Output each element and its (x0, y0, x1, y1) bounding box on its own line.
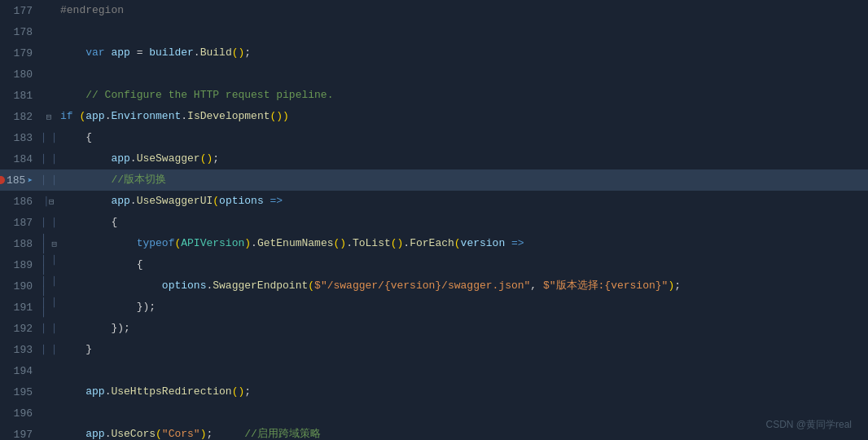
code-editor: 177#endregion178179 var app = builder.Bu… (0, 0, 868, 440)
code-line: 177#endregion (0, 0, 868, 21)
code-gutter: ⊟ (41, 112, 57, 122)
code-gutter: │ │ │ (41, 276, 57, 296)
line-number: 181 (0, 90, 41, 102)
code-content: var app = builder.Build(); (57, 42, 868, 64)
line-number: 197 (0, 429, 41, 441)
code-line: 196 (0, 403, 868, 424)
code-line: 178 (0, 21, 868, 42)
code-line: 183│ │ { (0, 127, 868, 148)
code-line: 194 (0, 360, 868, 381)
code-gutter: │ │ (41, 345, 57, 354)
line-number: 194 (0, 365, 41, 377)
code-content: app.UseHttpsRedirection(); (57, 381, 868, 403)
code-gutter: │ │ │ (41, 255, 57, 275)
code-content: { (57, 127, 868, 148)
line-number: 189 (0, 259, 41, 271)
line-number: 182 (0, 111, 41, 123)
code-content: // Configure the HTTP request pipeline. (57, 85, 868, 106)
line-number: 192 (0, 323, 41, 335)
code-line: 187│ │ { (0, 212, 868, 233)
code-content: app.UseCors("Cors"); //启用跨域策略 (57, 424, 868, 440)
line-number: 196 (0, 407, 41, 420)
code-line: 185➤│ │ //版本切换 (0, 169, 868, 191)
watermark: CSDN @黄同学real (765, 418, 852, 432)
code-gutter: │ │ │ (41, 297, 57, 317)
line-number: 184 (0, 153, 41, 165)
line-number: 177 (0, 5, 41, 17)
code-line: 189│ │ │ { (0, 254, 868, 275)
line-number: 191 (0, 301, 41, 314)
code-content: { (57, 254, 868, 275)
code-line: 184│ │ app.UseSwagger(); (0, 148, 868, 169)
code-line: 191│ │ │ }); (0, 297, 868, 318)
code-line: 195 app.UseHttpsRedirection(); (0, 381, 868, 403)
line-number: 195 (0, 386, 41, 398)
code-gutter: │⊟ (41, 196, 57, 207)
code-content: #endregion (57, 0, 868, 21)
code-content: }); (57, 297, 868, 318)
code-line: 190│ │ │ options.SwaggerEndpoint($"/swag… (0, 275, 868, 297)
code-line: 182⊟if (app.Environment.IsDevelopment()) (0, 106, 868, 127)
code-content: }); (57, 318, 868, 339)
code-line: 186│⊟ app.UseSwaggerUI(options => (0, 191, 868, 212)
code-content: } (57, 339, 868, 360)
code-line: 192│ │ }); (0, 318, 868, 339)
code-line: 197 app.UseCors("Cors"); //启用跨域策略 (0, 424, 868, 440)
line-number: 186 (0, 196, 41, 208)
code-gutter: │ │ (41, 218, 57, 227)
line-number: 185➤ (0, 174, 41, 187)
code-line: 180 (0, 64, 868, 85)
line-number: 179 (0, 47, 41, 59)
code-gutter: │ │ (41, 154, 57, 164)
line-number: 193 (0, 344, 41, 356)
line-number: 183 (0, 132, 41, 144)
code-gutter: │ │ (41, 175, 57, 185)
code-content: //版本切换 (57, 169, 868, 191)
code-content: if (app.Environment.IsDevelopment()) (57, 106, 868, 127)
code-line: 188│ │⊟ typeof(APIVersion).GetEnumNames(… (0, 233, 868, 254)
code-gutter: │ │ (41, 133, 57, 143)
code-line: 193│ │ } (0, 339, 868, 360)
code-content: options.SwaggerEndpoint($"/swagger/{vers… (57, 275, 868, 297)
line-number: 188 (0, 238, 41, 250)
code-line: 179 var app = builder.Build(); (0, 42, 868, 64)
line-number: 180 (0, 68, 41, 81)
line-number: 190 (0, 280, 41, 293)
code-content: typeof(APIVersion).GetEnumNames().ToList… (57, 233, 868, 254)
line-number: 178 (0, 26, 41, 38)
code-content: app.UseSwagger(); (57, 148, 868, 169)
code-line: 181 // Configure the HTTP request pipeli… (0, 85, 868, 106)
code-content: app.UseSwaggerUI(options => (57, 191, 868, 212)
code-gutter: │ │⊟ (41, 234, 57, 253)
line-number: 187 (0, 217, 41, 229)
code-content: { (57, 212, 868, 233)
code-gutter: │ │ (41, 323, 57, 333)
